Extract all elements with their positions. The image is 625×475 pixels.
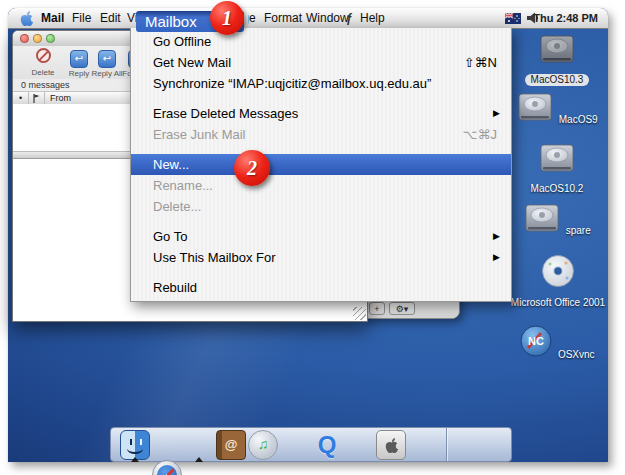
menubar-item-message[interactable]: Message [248, 8, 257, 28]
cd-icon [541, 254, 575, 288]
menu-separator [131, 94, 511, 103]
submenu-arrow-icon: ▶ [493, 247, 500, 268]
menu-item-new-mailbox[interactable]: New... [131, 154, 511, 175]
menu-bar-clock[interactable]: Thu 2:48 PM [533, 8, 598, 28]
itunes-dock-icon[interactable]: ♫ [248, 430, 278, 460]
menubar-item-help[interactable]: Help [360, 8, 385, 28]
menubar-item-format[interactable]: Format [264, 8, 302, 28]
annotation-step-2-badge: 2 [234, 150, 270, 186]
gear-action-button[interactable]: ⚙▾ [389, 302, 415, 315]
menu-item-delete: Delete... [131, 196, 511, 217]
hard-drive-icon [538, 144, 576, 174]
quicktime-dock-icon[interactable]: Q [312, 430, 342, 460]
hard-drive-icon [538, 35, 576, 65]
minimize-button[interactable] [33, 34, 42, 43]
desktop-icon-spare[interactable]: spare [514, 204, 600, 238]
reply-all-icon: ↩ [98, 50, 116, 68]
menu-item-go-offline[interactable]: Go Offline [131, 31, 511, 52]
desktop-icon-label: OSXvnc [558, 349, 595, 361]
desktop-icon-osxvnc[interactable]: NC OSXvnc [514, 324, 600, 362]
safari-dock-icon[interactable] [152, 460, 182, 475]
menu-item-rename: Rename... [131, 175, 511, 196]
submenu-arrow-icon: ▶ [493, 226, 500, 247]
apple-logo-icon [385, 438, 398, 453]
menu-item-use-this-mailbox-for[interactable]: Use This Mailbox For ▶ [131, 247, 511, 268]
menu-bar: Mail File Edit View Message Format Windo… [8, 8, 608, 29]
hard-drive-icon [516, 93, 554, 123]
menubar-item-file[interactable]: File [72, 8, 91, 28]
zoom-button[interactable] [46, 34, 55, 43]
close-button[interactable] [20, 34, 29, 43]
annotation-step-1-badge: 1 [210, 1, 244, 35]
menu-item-synchronize[interactable]: Synchronize “IMAP:uqjcitiz@mailbox.uq.ed… [131, 73, 511, 94]
menu-separator [131, 217, 511, 226]
australian-flag-icon [505, 13, 521, 24]
quicktime-q: Q [318, 431, 337, 458]
apple-menu[interactable] [20, 11, 33, 29]
window-resize-grip[interactable] [353, 307, 366, 320]
caret-down-icon: ▾ [404, 304, 409, 314]
script-menu-icon[interactable]: ƒ [346, 8, 353, 28]
status-column-header[interactable]: • [13, 92, 29, 104]
menubar-item-edit[interactable]: Edit [100, 8, 121, 28]
running-indicator-mail [195, 457, 203, 462]
at-glyph: @ [225, 437, 238, 452]
finder-dock-icon[interactable] [120, 430, 150, 460]
menu-item-rebuild[interactable]: Rebuild [131, 277, 511, 298]
desktop-icon-office-cd[interactable]: Microsoft Office 2001 [506, 254, 610, 310]
menu-item-erase-junk-mail: Erase Junk Mail ⌥⌘J [131, 124, 511, 145]
menu-item-erase-deleted-messages[interactable]: Erase Deleted Messages ▶ [131, 103, 511, 124]
apple-logo-icon [20, 11, 33, 26]
dock-divider [446, 428, 447, 461]
submenu-arrow-icon: ▶ [493, 103, 500, 124]
address-book-dock-icon[interactable]: @ [216, 430, 246, 460]
desktop-icon-label: MacOS10.3 [525, 74, 590, 86]
desktop-icon-label: MacOS10.2 [531, 183, 584, 195]
flag-icon [33, 94, 40, 103]
desktop-icon-label: spare [566, 225, 591, 237]
menu-separator [131, 145, 511, 154]
music-note-icon: ♫ [258, 436, 269, 452]
menu-separator [131, 268, 511, 277]
desktop-icon-label: Microsoft Office 2001 [511, 297, 605, 309]
shortcut-get-new-mail: ⇧⌘N [464, 52, 497, 73]
delete-icon [36, 48, 51, 63]
flag-column-header[interactable] [29, 92, 45, 104]
add-mailbox-button[interactable]: + [369, 302, 385, 315]
desktop-icon-macos102[interactable]: MacOS10.2 [514, 144, 600, 196]
shortcut-erase-junk-mail: ⌥⌘J [463, 124, 497, 145]
vnc-app-icon: NC [519, 324, 553, 358]
menubar-item-window[interactable]: Window [306, 8, 349, 28]
desktop-icon-label: MacOS9 [559, 114, 598, 126]
desktop-icon-macos103[interactable]: MacOS10.3 [514, 35, 600, 87]
gear-icon: ⚙ [396, 304, 404, 314]
desktop-icon-macos9[interactable]: MacOS9 [514, 93, 600, 127]
menu-item-go-to[interactable]: Go To ▶ [131, 226, 511, 247]
menubar-item-mail[interactable]: Mail [41, 8, 64, 28]
input-language-flag-icon[interactable] [505, 13, 521, 24]
svg-text:NC: NC [528, 335, 544, 347]
running-indicator-finder [131, 457, 139, 462]
menu-item-get-new-mail[interactable]: Get New Mail ⇧⌘N [131, 52, 511, 73]
dock: @ ♫ 17 Q e @ [110, 427, 512, 462]
hard-drive-icon [523, 204, 561, 234]
system-preferences-dock-icon[interactable] [376, 430, 406, 460]
desktop-screen: MacOS10.3 MacOS9 MacOS10.2 spare Microso… [8, 8, 608, 462]
mailbox-menu: Go Offline Get New Mail ⇧⌘N Synchronize … [130, 28, 512, 302]
